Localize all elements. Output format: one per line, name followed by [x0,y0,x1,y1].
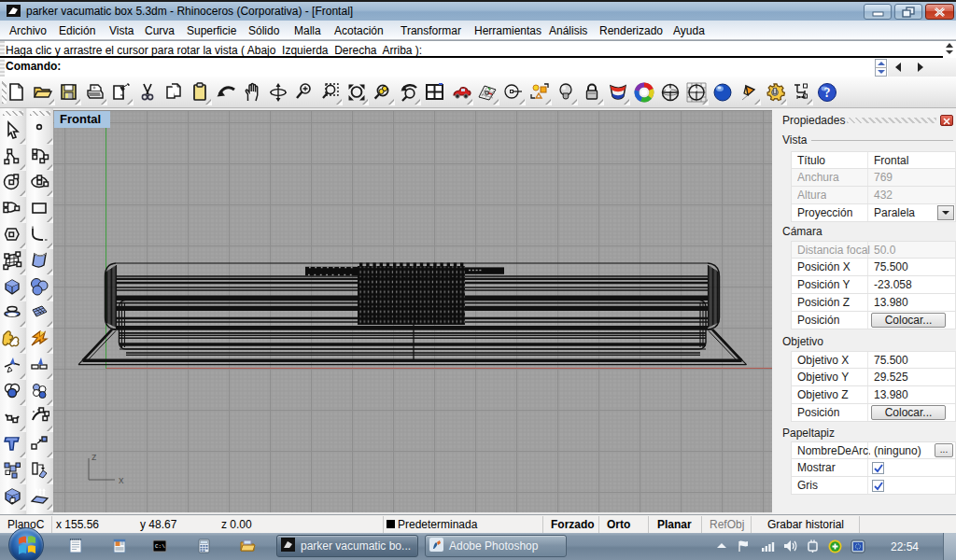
svg-text:x: x [119,474,124,485]
svg-text:?: ? [823,86,830,100]
svg-text:z: z [91,451,97,462]
svg-text:C:\: C:\ [155,543,165,550]
